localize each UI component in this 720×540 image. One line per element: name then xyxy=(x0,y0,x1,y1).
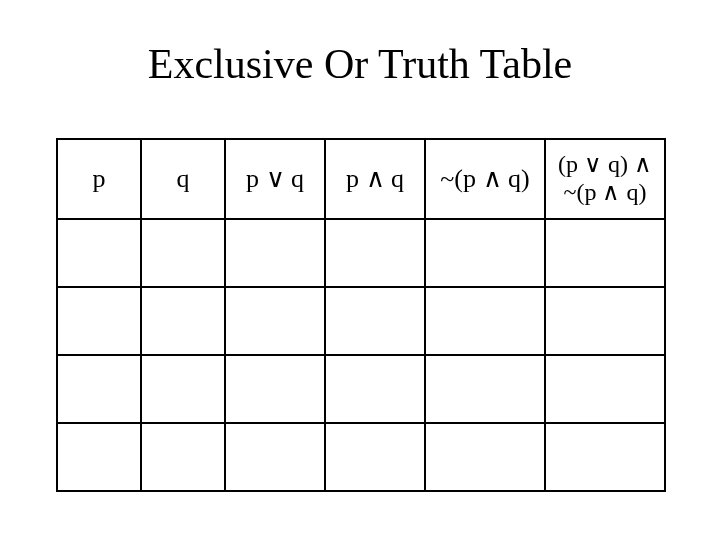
table-row xyxy=(57,355,665,423)
cell-p xyxy=(57,219,141,287)
cell-not-p-and-q xyxy=(425,287,545,355)
cell-p-and-q xyxy=(325,219,425,287)
header-final-line2: ~(p ∧ q) xyxy=(558,179,652,207)
cell-final xyxy=(545,219,665,287)
slide: Exclusive Or Truth Table p q p ∨ q p ∧ q… xyxy=(0,0,720,540)
header-q: q xyxy=(141,139,225,219)
cell-final xyxy=(545,287,665,355)
truth-table: p q p ∨ q p ∧ q ~(p ∧ q) (p ∨ q) ∧ ~(p ∧… xyxy=(56,138,666,492)
header-p-or-q: p ∨ q xyxy=(225,139,325,219)
cell-p-and-q xyxy=(325,423,425,491)
cell-p-or-q xyxy=(225,423,325,491)
header-p: p xyxy=(57,139,141,219)
cell-final xyxy=(545,423,665,491)
cell-not-p-and-q xyxy=(425,219,545,287)
cell-p-or-q xyxy=(225,355,325,423)
cell-q xyxy=(141,219,225,287)
cell-p-and-q xyxy=(325,287,425,355)
page-title: Exclusive Or Truth Table xyxy=(0,40,720,88)
cell-p-or-q xyxy=(225,287,325,355)
header-final-line1: (p ∨ q) ∧ xyxy=(558,151,652,179)
cell-p xyxy=(57,355,141,423)
cell-p-or-q xyxy=(225,219,325,287)
header-final: (p ∨ q) ∧ ~(p ∧ q) xyxy=(545,139,665,219)
cell-q xyxy=(141,287,225,355)
cell-p xyxy=(57,287,141,355)
cell-q xyxy=(141,423,225,491)
header-p-and-q: p ∧ q xyxy=(325,139,425,219)
header-not-p-and-q: ~(p ∧ q) xyxy=(425,139,545,219)
table-row xyxy=(57,287,665,355)
table-row xyxy=(57,423,665,491)
cell-p xyxy=(57,423,141,491)
table-header-row: p q p ∨ q p ∧ q ~(p ∧ q) (p ∨ q) ∧ ~(p ∧… xyxy=(57,139,665,219)
cell-not-p-and-q xyxy=(425,423,545,491)
cell-final xyxy=(545,355,665,423)
cell-not-p-and-q xyxy=(425,355,545,423)
table-row xyxy=(57,219,665,287)
cell-q xyxy=(141,355,225,423)
cell-p-and-q xyxy=(325,355,425,423)
